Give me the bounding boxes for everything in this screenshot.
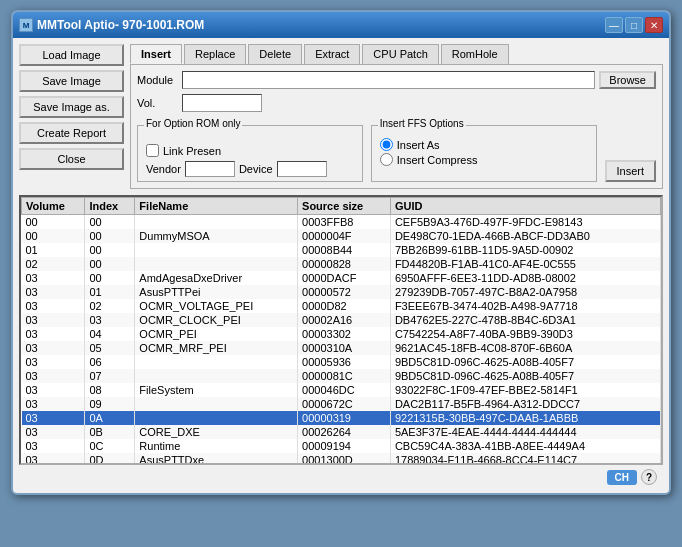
cell-index: 0C <box>85 439 135 453</box>
cell-guid: DB4762E5-227C-478B-8B4C-6D3A1 <box>390 313 660 327</box>
cell-filename: CORE_DXE <box>135 425 298 439</box>
save-image-button[interactable]: Save Image <box>19 70 124 92</box>
vol-row: Vol. <box>137 94 656 112</box>
title-bar-left: M MMTool Aptio- 970-1001.ROM <box>19 18 204 32</box>
ch-icon[interactable]: CH <box>607 470 637 485</box>
table-wrapper[interactable]: Volume Index FileName Source size GUID 0… <box>21 197 661 463</box>
cell-source_size: 0003FFB8 <box>298 215 391 230</box>
vol-label: Vol. <box>137 97 182 109</box>
table-header-row: Volume Index FileName Source size GUID <box>22 198 661 215</box>
vendor-label: Vendor <box>146 163 181 175</box>
cell-filename: OCMR_VOLTAGE_PEI <box>135 299 298 313</box>
cell-source_size: 0000DACF <box>298 271 391 285</box>
cell-source_size: 00000319 <box>298 411 391 425</box>
cell-volume: 03 <box>22 355 85 369</box>
cell-volume: 03 <box>22 313 85 327</box>
help-button[interactable]: ? <box>641 469 657 485</box>
table-row[interactable]: 00000003FFB8CEF5B9A3-476D-497F-9FDC-E981… <box>22 215 661 230</box>
device-input[interactable] <box>277 161 327 177</box>
tab-extract[interactable]: Extract <box>304 44 360 64</box>
tab-replace[interactable]: Replace <box>184 44 246 64</box>
cell-filename <box>135 243 298 257</box>
table-section: Volume Index FileName Source size GUID 0… <box>19 195 663 465</box>
cell-volume: 03 <box>22 411 85 425</box>
cell-filename <box>135 257 298 271</box>
table-row[interactable]: 0308FileSystem000046DC93022F8C-1F09-47EF… <box>22 383 661 397</box>
option-rom-box: For Option ROM only Link Presen Vendor D… <box>137 125 363 182</box>
cell-index: 00 <box>85 229 135 243</box>
vendor-input[interactable] <box>185 161 235 177</box>
table-row[interactable]: 0000DummyMSOA0000004FDE498C70-1EDA-466B-… <box>22 229 661 243</box>
cell-volume: 03 <box>22 327 85 341</box>
table-row[interactable]: 010000008B447BB26B99-61BB-11D5-9A5D-0090… <box>22 243 661 257</box>
cell-index: 09 <box>85 397 135 411</box>
cell-index: 00 <box>85 215 135 230</box>
maximize-button[interactable]: □ <box>625 17 643 33</box>
cell-guid: F3EEE67B-3474-402B-A498-9A7718 <box>390 299 660 313</box>
cell-index: 03 <box>85 313 135 327</box>
insert-button[interactable]: Insert <box>605 160 657 182</box>
cell-guid: CBC59C4A-383A-41BB-A8EE-4449A4 <box>390 439 660 453</box>
cell-index: 0D <box>85 453 135 463</box>
cell-source_size: 0000004F <box>298 229 391 243</box>
table-row[interactable]: 03090000672CDAC2B117-B5FB-4964-A312-DDCC… <box>22 397 661 411</box>
vendor-device-row: Vendor Device <box>146 161 354 177</box>
cell-index: 08 <box>85 383 135 397</box>
cell-index: 00 <box>85 243 135 257</box>
table-row[interactable]: 0303OCMR_CLOCK_PEI00002A16DB4762E5-227C-… <box>22 313 661 327</box>
link-presen-row: Link Presen <box>146 144 354 157</box>
cell-source_size: 00003302 <box>298 327 391 341</box>
table-row[interactable]: 0306000059369BD5C81D-096C-4625-A08B-405F… <box>22 355 661 369</box>
minimize-button[interactable]: — <box>605 17 623 33</box>
tab-insert[interactable]: Insert <box>130 44 182 64</box>
insert-as-radio[interactable] <box>380 138 393 151</box>
table-row[interactable]: 03070000081C9BD5C81D-096C-4625-A08B-405F… <box>22 369 661 383</box>
table-row[interactable]: 0304OCMR_PEI00003302C7542254-A8F7-40BA-9… <box>22 327 661 341</box>
module-label: Module <box>137 74 182 86</box>
table-row[interactable]: 030CRuntime00009194CBC59C4A-383A-41BB-A8… <box>22 439 661 453</box>
window-controls: — □ ✕ <box>605 17 663 33</box>
tab-content: Module Browse Vol. For Option ROM only <box>130 64 663 189</box>
save-image-as-button[interactable]: Save Image as. <box>19 96 124 118</box>
tab-cpu-patch[interactable]: CPU Patch <box>362 44 438 64</box>
vol-input[interactable] <box>182 94 262 112</box>
table-row[interactable]: 030A000003199221315B-30BB-497C-DAAB-1ABB… <box>22 411 661 425</box>
browse-button[interactable]: Browse <box>599 71 656 89</box>
cell-index: 07 <box>85 369 135 383</box>
cell-volume: 03 <box>22 439 85 453</box>
table-row[interactable]: 030DAsusPTTDxe0001300D17889034-F11B-4668… <box>22 453 661 463</box>
lower-section: For Option ROM only Link Presen Vendor D… <box>137 117 656 182</box>
table-row[interactable]: 0300AmdAgesaDxeDriver0000DACF6950AFFF-6E… <box>22 271 661 285</box>
cell-volume: 03 <box>22 285 85 299</box>
cell-source_size: 00009194 <box>298 439 391 453</box>
link-presen-checkbox[interactable] <box>146 144 159 157</box>
cell-source_size: 00002A16 <box>298 313 391 327</box>
cell-filename: Runtime <box>135 439 298 453</box>
cell-guid: 6950AFFF-6EE3-11DD-AD8B-08002 <box>390 271 660 285</box>
cell-source_size: 000046DC <box>298 383 391 397</box>
table-row[interactable]: 0301AsusPTTPei00000572279239DB-7057-497C… <box>22 285 661 299</box>
cell-index: 01 <box>85 285 135 299</box>
cell-filename: OCMR_CLOCK_PEI <box>135 313 298 327</box>
col-volume: Volume <box>22 198 85 215</box>
module-input[interactable] <box>182 71 595 89</box>
load-image-button[interactable]: Load Image <box>19 44 124 66</box>
tab-romhole[interactable]: RomHole <box>441 44 509 64</box>
insert-compress-radio[interactable] <box>380 153 393 166</box>
close-button[interactable]: Close <box>19 148 124 170</box>
cell-volume: 03 <box>22 425 85 439</box>
device-label: Device <box>239 163 273 175</box>
cell-filename: OCMR_MRF_PEI <box>135 341 298 355</box>
cell-index: 06 <box>85 355 135 369</box>
cell-guid: CEF5B9A3-476D-497F-9FDC-E98143 <box>390 215 660 230</box>
table-row[interactable]: 0305OCMR_MRF_PEI0000310A9621AC45-18FB-4C… <box>22 341 661 355</box>
col-index: Index <box>85 198 135 215</box>
table-row[interactable]: 030BCORE_DXE000262645AE3F37E-4EAE-4444-4… <box>22 425 661 439</box>
insert-as-label: Insert As <box>397 139 440 151</box>
create-report-button[interactable]: Create Report <box>19 122 124 144</box>
cell-filename: AsusPTTPei <box>135 285 298 299</box>
tab-delete[interactable]: Delete <box>248 44 302 64</box>
table-row[interactable]: 0302OCMR_VOLTAGE_PEI0000D82F3EEE67B-3474… <box>22 299 661 313</box>
close-window-button[interactable]: ✕ <box>645 17 663 33</box>
table-row[interactable]: 020000000828FD44820B-F1AB-41C0-AF4E-0C55… <box>22 257 661 271</box>
